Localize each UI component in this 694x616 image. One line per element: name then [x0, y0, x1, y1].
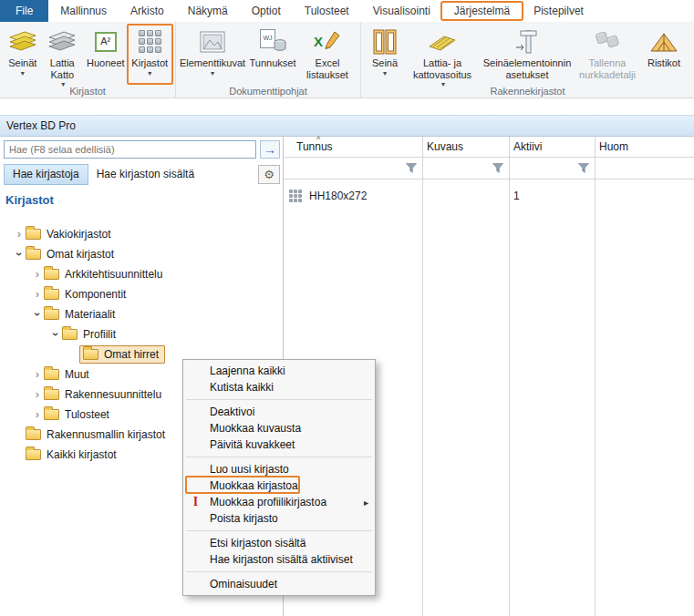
tree-item-label: Omat kirjastot [47, 248, 114, 261]
button-label: Seinä [372, 57, 398, 69]
folder-icon [26, 229, 41, 240]
filter-funnel-icon[interactable] [406, 163, 417, 173]
floor-roof-joisting-button[interactable]: Lattia- ja kattovasoitus▾ [405, 24, 480, 84]
column-header-label: Tunnus [296, 140, 333, 153]
folder-icon [26, 249, 41, 260]
chevron-down-icon[interactable]: › [13, 248, 26, 261]
menu-separator [186, 571, 372, 572]
a-squared-glyph: A² [95, 32, 117, 52]
excel-lists-button[interactable]: X Excel listaukset [300, 24, 355, 84]
menu-item-muokkaa-kirjastoa[interactable]: Muokkaa kirjastoa [183, 477, 375, 494]
tree-item-arkkitehtisuunnittelu[interactable]: › Arkkitehtisuunnittelu [0, 264, 283, 284]
libraries-button[interactable]: Kirjastot ▾ [129, 24, 171, 84]
tree-item-label: Rakennusmallin kirjastot [47, 428, 165, 441]
chevron-right-icon[interactable]: › [31, 388, 44, 401]
button-label: Ristikot [647, 57, 680, 69]
menu-item-laajenna-kaikki[interactable]: Laajenna kaikki [183, 363, 375, 379]
wall-structure-icon [372, 26, 398, 56]
tab-jarjestelma[interactable]: Järjestelmä [442, 0, 522, 22]
excel-x-glyph: X [314, 34, 323, 49]
ribbon: Seinät ▾ Lattia Katto▾ A² Huoneet Kirjas… [0, 22, 694, 98]
tree-item-profiilit[interactable]: › Profiilit [0, 324, 283, 344]
button-label: Lattia Katto [44, 57, 82, 80]
ribbon-group-rakennekirjastot: Seinä ▾ Lattia- ja kattovasoitus▾ Seinäe… [360, 22, 694, 98]
chevron-down-icon[interactable]: › [49, 328, 62, 341]
column-header-label: Huom [599, 140, 628, 153]
save-corner-detail-button[interactable]: Tallenna nurkkadetalji [575, 24, 640, 84]
floor-ceiling-button[interactable]: Lattia Katto▾ [42, 24, 84, 84]
tab-arkisto[interactable]: Arkisto [119, 0, 176, 22]
tab-mallinnus[interactable]: Mallinnus [48, 0, 119, 22]
search-go-button[interactable]: → [260, 140, 280, 159]
tab-nakyma[interactable]: Näkymä [176, 0, 240, 22]
menu-item-label: Muokkaa kuvausta [210, 422, 301, 435]
menu-item-kutista-kaikki[interactable]: Kutista kaikki [183, 379, 375, 395]
button-label: Huoneet [87, 57, 125, 69]
rooms-button[interactable]: A² Huoneet [83, 24, 128, 84]
filter-cell-kuvaus[interactable] [422, 157, 509, 179]
chevron-right-icon[interactable]: › [31, 408, 44, 421]
chevron-right-icon[interactable]: › [31, 288, 44, 301]
walls-button[interactable]: Seinät ▾ [4, 24, 42, 84]
filter-cell-tunnus[interactable] [284, 157, 422, 179]
identifiers-button[interactable]: WJ Tunnukset [245, 24, 300, 84]
tab-tulosteet[interactable]: Tulosteet [293, 0, 361, 22]
menu-item-etsi-kirjaston-sisalta[interactable]: Etsi kirjaston sisältä [183, 535, 375, 551]
column-header-tunnus[interactable]: Tunnus ^ [284, 137, 422, 157]
filter-cell-aktiivi[interactable] [509, 157, 595, 179]
tree-item-materiaalit[interactable]: › Materiaalit [0, 304, 283, 324]
chevron-right-icon[interactable]: › [13, 228, 26, 241]
menu-item-deaktivoi[interactable]: Deaktivoi [183, 404, 375, 420]
panel-title: Vertex BD Pro [6, 119, 76, 132]
tab-label: Pistepilvet [533, 5, 584, 17]
menu-item-label: Kutista kaikki [210, 381, 274, 394]
tab-file[interactable]: File [0, 0, 48, 22]
menu-item-hae-kirjaston-sisalta-aktiiviset[interactable]: Hae kirjaston sisältä aktiiviset [183, 551, 375, 568]
column-divider[interactable] [595, 137, 596, 616]
folder-icon [44, 369, 59, 380]
menu-item-ominaisuudet[interactable]: Ominaisuudet [183, 576, 375, 592]
column-divider[interactable] [509, 137, 510, 616]
column-header-aktiivi[interactable]: Aktiivi [509, 137, 595, 157]
folder-icon [26, 429, 41, 440]
filter-funnel-icon[interactable] [578, 163, 589, 173]
menu-item-muokkaa-profiilikirjastoa[interactable]: I Muokkaa profiilikirjastoa ▸ [183, 494, 375, 510]
tab-search-libraries[interactable]: Hae kirjastoja [4, 164, 88, 185]
menu-item-label: Hae kirjaston sisältä aktiiviset [210, 553, 353, 566]
table-row[interactable]: HH180x272 1 [284, 184, 694, 208]
beam-glyph: I [193, 496, 198, 508]
menu-item-paivita-kuvakkeet[interactable]: Päivitä kuvakkeet [183, 436, 375, 453]
trusses-button[interactable]: Ristikot [640, 24, 688, 84]
tab-visualisointi[interactable]: Visualisointi [361, 0, 442, 22]
app-window: File Mallinnus Arkisto Näkymä Optiot Tul… [0, 0, 694, 616]
element-drawings-button[interactable]: Elementtikuvat ▾ [180, 24, 245, 84]
chevron-right-icon[interactable]: › [31, 368, 44, 381]
tab-search-library-contents[interactable]: Hae kirjaston sisältä [88, 165, 202, 184]
settings-button[interactable]: ⚙ [258, 165, 280, 184]
search-input[interactable] [4, 140, 256, 159]
tree-item-omat-kirjastot[interactable]: › Omat kirjastot [0, 244, 283, 264]
excel-lists-icon: X [314, 26, 341, 56]
menu-item-label: Deaktivoi [210, 406, 254, 418]
wall-paneling-settings-button[interactable]: Seinäelementoinnin asetukset [480, 24, 575, 84]
ribbon-group-dokumenttipohjat: Elementtikuvat ▾ WJ Tunnukset X [175, 22, 360, 98]
column-header-kuvaus[interactable]: Kuvaus [422, 137, 509, 157]
menu-item-poista-kirjasto[interactable]: Poista kirjasto [183, 510, 375, 527]
menu-item-luo-uusi-kirjasto[interactable]: Luo uusi kirjasto [183, 461, 375, 477]
filter-funnel-icon[interactable] [492, 163, 503, 173]
cell-kuvaus [422, 184, 509, 208]
column-divider[interactable] [422, 137, 423, 616]
chevron-right-icon[interactable]: › [31, 268, 44, 281]
column-header-huom[interactable]: Huom [595, 137, 694, 157]
menu-item-label: Laajenna kaikki [210, 364, 285, 377]
chevron-down-icon[interactable]: › [31, 308, 44, 321]
tab-optiot[interactable]: Optiot [240, 0, 293, 22]
menu-item-muokkaa-kuvausta[interactable]: Muokkaa kuvausta [183, 420, 375, 436]
button-label: Seinät [8, 57, 36, 69]
tree-item-komponentit[interactable]: › Komponentit [0, 284, 283, 304]
menu-item-label: Luo uusi kirjasto [210, 463, 289, 476]
wall-structure-button[interactable]: Seinä ▾ [365, 24, 405, 84]
tab-pistepilvet[interactable]: Pistepilvet [522, 0, 596, 22]
context-menu: Laajenna kaikki Kutista kaikki Deaktivoi… [182, 359, 376, 596]
tree-item-vakiokirjastot[interactable]: › Vakiokirjastot [0, 224, 283, 244]
